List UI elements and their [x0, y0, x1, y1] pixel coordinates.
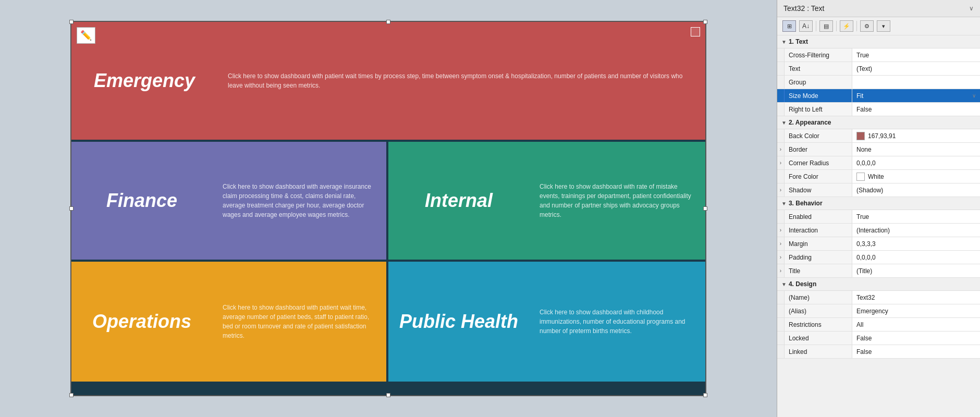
operations-label-area: Operations	[71, 262, 212, 382]
bolt-icon-btn[interactable]: ⚡	[840, 20, 853, 32]
section-behavior-header[interactable]: ▼ 3. Behavior	[777, 197, 980, 210]
prop-val-rtl[interactable]: False	[852, 103, 980, 116]
finance-label: Finance	[106, 189, 177, 212]
prop-val-border[interactable]: None	[852, 143, 980, 156]
section-design-header[interactable]: ▼ 4. Design	[777, 278, 980, 291]
expand-size-mode[interactable]	[777, 89, 785, 102]
section-appearance-header[interactable]: ▼ 2. Appearance	[777, 116, 980, 129]
expand-locked[interactable]	[777, 332, 785, 345]
expand-corner-radius[interactable]: ›	[777, 156, 785, 169]
expand-title[interactable]: ›	[777, 264, 785, 277]
prop-name-corner-radius: Corner Radius	[785, 156, 852, 169]
expand-rtl[interactable]	[777, 103, 785, 116]
prop-val-back-color[interactable]: 167,93,91	[852, 129, 980, 142]
prop-locked: Locked False	[777, 332, 980, 345]
more-icon-btn[interactable]: ▾	[877, 20, 890, 32]
section-appearance-chevron: ▼	[781, 120, 787, 126]
panel-title: Text32 : Text	[783, 4, 824, 13]
fore-color-text: White	[868, 173, 884, 180]
prop-name-border: Border	[785, 143, 852, 156]
section-text-label: 1. Text	[789, 38, 808, 45]
publichealth-label-area: Public Health	[388, 262, 529, 382]
prop-val-corner-radius[interactable]: 0,0,0,0	[852, 156, 980, 169]
section-design-chevron: ▼	[781, 281, 787, 287]
finance-cell[interactable]: Finance Click here to show dashboard wit…	[71, 142, 388, 260]
internal-desc: Click here to show dashboard with rate o…	[529, 142, 705, 260]
handle-tm[interactable]	[386, 20, 390, 24]
expand-interaction[interactable]: ›	[777, 224, 785, 237]
handle-ml[interactable]	[69, 206, 74, 211]
prop-back-color: Back Color 167,93,91	[777, 129, 980, 143]
prop-val-alias[interactable]: Emergency	[852, 304, 980, 317]
handle-bm[interactable]	[386, 393, 390, 397]
expand-group[interactable]	[777, 76, 785, 89]
grid-icon-btn[interactable]: ⊞	[782, 20, 796, 32]
prop-val-linked[interactable]: False	[852, 345, 980, 358]
publichealth-desc: Click here to show dashboard with childh…	[529, 262, 705, 382]
operations-cell[interactable]: Operations Click here to show dashboard …	[71, 262, 388, 382]
pencil-icon: ✏️	[80, 30, 92, 41]
prop-val-restrictions[interactable]: All	[852, 318, 980, 331]
prop-margin: › Margin 0,3,3,3	[777, 237, 980, 251]
size-mode-dropdown[interactable]: ∨	[972, 93, 976, 99]
prop-val-name[interactable]: Text32	[852, 291, 980, 304]
prop-interaction: › Interaction (Interaction)	[777, 224, 980, 237]
section-text-header[interactable]: ▼ 1. Text	[777, 35, 980, 48]
expand-restrictions[interactable]	[777, 318, 785, 331]
prop-val-margin[interactable]: 0,3,3,3	[852, 237, 980, 250]
prop-val-cross-filtering[interactable]: True	[852, 48, 980, 62]
emergency-cell[interactable]: ✏️ Emergency Click here to show dashboar…	[71, 22, 705, 140]
prop-name-alias: (Alias)	[785, 304, 852, 317]
prop-text: Text (Text)	[777, 62, 980, 76]
expand-cross-filtering[interactable]	[777, 48, 785, 62]
edit-icon-container[interactable]: ✏️	[77, 27, 95, 44]
prop-border: › Border None	[777, 143, 980, 156]
prop-name-group: Group	[785, 76, 852, 89]
prop-val-locked[interactable]: False	[852, 332, 980, 345]
handle-br[interactable]	[703, 393, 707, 397]
prop-padding: › Padding 0,0,0,0	[777, 251, 980, 264]
expand-linked[interactable]	[777, 345, 785, 358]
expand-text[interactable]	[777, 62, 785, 75]
back-color-swatch[interactable]	[856, 132, 865, 140]
publichealth-cell[interactable]: Public Health Click here to show dashboa…	[388, 262, 705, 382]
prop-val-text[interactable]: (Text)	[852, 62, 980, 75]
expand-shadow[interactable]: ›	[777, 183, 785, 197]
layout-icon-btn[interactable]: ▤	[819, 20, 833, 32]
prop-name-shadow: Shadow	[785, 183, 852, 197]
prop-val-title[interactable]: (Title)	[852, 264, 980, 277]
handle-tr[interactable]	[703, 20, 707, 24]
handle-mr[interactable]	[703, 206, 707, 211]
toolbar-sep1	[816, 21, 816, 31]
prop-val-enabled[interactable]: True	[852, 210, 980, 223]
gear-icon-btn[interactable]: ⚙	[860, 20, 874, 32]
panel-chevron[interactable]: ∨	[969, 5, 974, 12]
expand-border[interactable]: ›	[777, 143, 785, 156]
sort-icon-btn[interactable]: A↓	[799, 20, 813, 32]
emergency-desc: Click here to show dashboard with patien…	[217, 22, 705, 140]
expand-margin[interactable]: ›	[777, 237, 785, 250]
expand-enabled[interactable]	[777, 210, 785, 223]
expand-alias[interactable]	[777, 304, 785, 317]
prop-size-mode: Size Mode Fit ∨	[777, 89, 980, 103]
handle-bl[interactable]	[69, 393, 74, 397]
dashboard-grid: ✏️ Emergency Click here to show dashboar…	[71, 22, 705, 395]
prop-name-title: Title	[785, 264, 852, 277]
prop-name-locked: Locked	[785, 332, 852, 345]
prop-val-interaction[interactable]: (Interaction)	[852, 224, 980, 237]
properties-panel: Text32 : Text ∨ ⊞ A↓ ▤ ⚡ ⚙ ▾ ▼ 1. Text C…	[777, 0, 980, 417]
prop-name-interaction: Interaction	[785, 224, 852, 237]
internal-cell[interactable]: Internal Click here to show dashboard wi…	[388, 142, 705, 260]
prop-val-padding[interactable]: 0,0,0,0	[852, 251, 980, 264]
expand-back-color[interactable]	[777, 129, 785, 142]
expand-fore-color[interactable]	[777, 170, 785, 183]
fore-color-swatch[interactable]	[856, 173, 865, 181]
prop-val-fore-color[interactable]: White	[852, 170, 980, 183]
prop-val-group[interactable]	[852, 76, 980, 89]
prop-val-size-mode[interactable]: Fit ∨	[852, 89, 980, 102]
expand-name-prop[interactable]	[777, 291, 785, 304]
prop-val-shadow[interactable]: (Shadow)	[852, 183, 980, 197]
expand-padding[interactable]: ›	[777, 251, 785, 264]
back-color-text: 167,93,91	[868, 132, 896, 140]
handle-tl[interactable]	[69, 20, 74, 24]
